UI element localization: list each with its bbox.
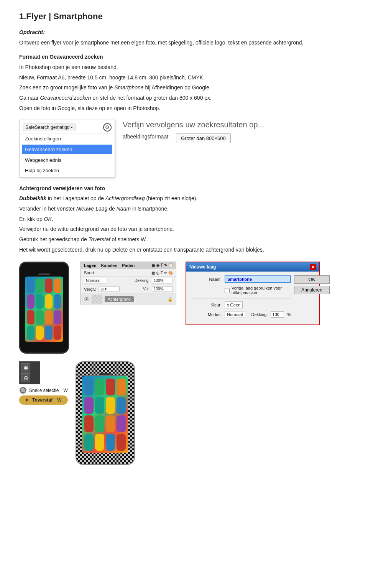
snelle-key: W [63, 388, 67, 393]
menu-item-webgeschiednis[interactable]: Webgeschiednis [20, 155, 115, 165]
layer-name-badge: Achtergrond [105, 296, 134, 302]
toverstaf-badge: ✦ Toverstaf W [19, 395, 68, 405]
panel-icons: ▣ ◈ T ✎ 📋 [152, 263, 173, 268]
app-icon-11 [45, 310, 53, 324]
bottom-section: ✱ ⊕ 🔘 Snelle selectie W ✦ Toverstaf W [19, 361, 349, 465]
app-icon-s8 [117, 397, 126, 414]
layers-mode-row: Normaal Dekking: 100% [81, 277, 176, 285]
gear-icon: ⚙ [103, 123, 112, 132]
vul-select[interactable]: 100% [152, 286, 173, 292]
kleur-select[interactable]: x Geen [225, 301, 243, 308]
paths-tab[interactable]: Paden [122, 263, 135, 268]
phone-screen-1 [25, 277, 63, 342]
kleur-label: Kleur: [191, 303, 222, 307]
app-icon-16 [54, 326, 61, 340]
sort-label: Soort [84, 270, 94, 275]
app-icon-s6 [95, 397, 104, 414]
layers-tab[interactable]: Lagen [84, 263, 96, 268]
annuleren-button[interactable]: Annuleren [294, 286, 330, 294]
sort-icon-5: 🎨 [168, 271, 173, 275]
layers-panel-header: Lagen Kanalen Paden ▣ ◈ T ✎ 📋 [81, 262, 176, 269]
app-icon-s5 [84, 397, 94, 414]
app-icon-s1 [84, 379, 94, 395]
app-icon-3 [45, 278, 53, 293]
dekking-input[interactable] [271, 311, 284, 318]
dekking-dialog-label: Dekking: [251, 312, 268, 317]
sort-icon-4: ✏ [164, 271, 167, 275]
app-icon-13 [27, 326, 34, 340]
app-icon-12 [54, 310, 61, 324]
checkbox-label: Vorige laag gebruiken voor uitknipmasker [232, 286, 291, 295]
section2-title: Achtergrond verwijderen van foto [19, 184, 349, 193]
section2-line6: Het wit wordt geselecteerd, druk nu op D… [19, 246, 349, 254]
dialog-name-input[interactable] [225, 275, 291, 283]
section2-block: Achtergrond verwijderen van foto Dubbelk… [19, 184, 349, 254]
tool-btn-2[interactable]: ⊕ [21, 373, 30, 382]
phone-image-1 [19, 262, 69, 354]
section1-title: Formaat en Geavanceerd zoeken [19, 53, 349, 61]
app-icon-15 [45, 326, 53, 340]
app-icon-7 [45, 294, 53, 309]
tools-panel: ✱ ⊕ [19, 361, 40, 384]
app-icon-5 [27, 294, 34, 309]
snelle-selectie-row: 🔘 Snelle selectie W [19, 387, 68, 394]
app-icon-14 [36, 326, 43, 340]
app-icon-6 [36, 294, 43, 309]
section1-line3: Zoek een zo groot mogelijke foto van je … [19, 84, 349, 92]
uitknipmasker-checkbox[interactable] [225, 288, 230, 293]
refine-subtitle: afbeeldingsformaat: [123, 133, 170, 140]
safesearch-label: SafeSearch gematigd ▾ [23, 124, 76, 131]
menu-item-hulp[interactable]: Hulp bij zoeken [20, 165, 115, 176]
modus-select[interactable]: Normaal [225, 311, 245, 318]
section2-line2: Verander in het venster Nieuwe Laag de N… [19, 205, 349, 213]
app-icon-2 [36, 278, 43, 293]
section2-line5: Gebruik het gereedschap de Toverstaf of … [19, 236, 349, 244]
layers-sort-row: Soort ▦ ◎ T ✏ 🎨 [81, 269, 176, 277]
section1-line1: In Photoshop open je een nieuw bestand. [19, 63, 349, 72]
eye-icon[interactable]: 👁 [84, 297, 89, 301]
dialog-checkbox-row: Vorige laag gebruiken voor uitknipmasker [191, 286, 291, 295]
dialog-close-button[interactable]: ✕ [310, 264, 316, 270]
sort-icon-2: ◎ [156, 271, 159, 275]
section1-line2: Nieuw, Formaat A6, breedte 10,5 cm, hoog… [19, 74, 349, 82]
vergr-label: Vergr.: [84, 287, 96, 292]
dialog-body: Naam: Vorige laag gebruiken voor uitknip… [186, 272, 319, 324]
dialog-modus-row: Modus: Normaal Dekking: % [191, 311, 291, 318]
app-icon-s9 [84, 415, 94, 432]
layers-vergr-row: Vergr.: ⊞ ▾ Vul: 100% [81, 285, 176, 293]
app-icon-s14 [95, 434, 104, 451]
wand-icon: ✦ [25, 397, 29, 403]
dropdown-topbar: SafeSearch gematigd ▾ ⚙ [20, 122, 115, 133]
tools-section: ✱ ⊕ 🔘 Snelle selectie W ✦ Toverstaf W [19, 361, 68, 405]
app-icon-s15 [106, 434, 115, 451]
tool-btn-1[interactable]: ✱ [21, 363, 30, 372]
phone-screen-2 [82, 376, 128, 453]
dekking-label: Dekking: [135, 278, 150, 283]
dialog-name-label: Naam: [191, 277, 222, 282]
app-icon-s13 [84, 434, 94, 451]
new-layer-dialog: Nieuwe laag ✕ Naam: Vorige laag gebruike… [186, 262, 320, 325]
google-search-screenshot: SafeSearch gematigd ▾ ⚙ Zoekinstellingen… [19, 120, 349, 178]
app-icon-s11 [106, 415, 115, 432]
app-icon-s10 [95, 415, 104, 432]
menu-item-geavanceerd[interactable]: Geavanceerd zoeken [22, 145, 112, 154]
app-icon-s16 [117, 434, 126, 451]
mode-select[interactable]: Normaal [84, 278, 106, 283]
toverstaf-label: Toverstaf [32, 397, 53, 403]
size-badge: Groter dan 800×600 [176, 133, 231, 143]
ok-button[interactable]: OK [294, 275, 330, 284]
dekking-select[interactable]: 100% [152, 278, 173, 283]
vergr-select[interactable]: ⊞ ▾ [99, 286, 120, 292]
section2-line4: Verwijder nu de witte achtergrond van de… [19, 225, 349, 234]
google-dropdown: SafeSearch gematigd ▾ ⚙ Zoekinstellingen… [19, 120, 115, 178]
dialog-title: Nieuwe laag [189, 264, 216, 270]
dekking-pct: % [287, 312, 291, 317]
phone-container-2 [76, 361, 135, 465]
app-icon-8 [54, 294, 61, 309]
refine-title: Verfijn vervolgens uw zoekresultaten op.… [123, 120, 349, 130]
channels-tab[interactable]: Kanalen [101, 263, 117, 268]
page-title: 1.Flyer | Smartphone [19, 12, 349, 21]
menu-item-zoekinstellingen[interactable]: Zoekinstellingen [20, 133, 115, 144]
dialog-titlebar: Nieuwe laag ✕ [186, 262, 319, 272]
section1-block: Formaat en Geavanceerd zoeken In Photosh… [19, 53, 349, 112]
